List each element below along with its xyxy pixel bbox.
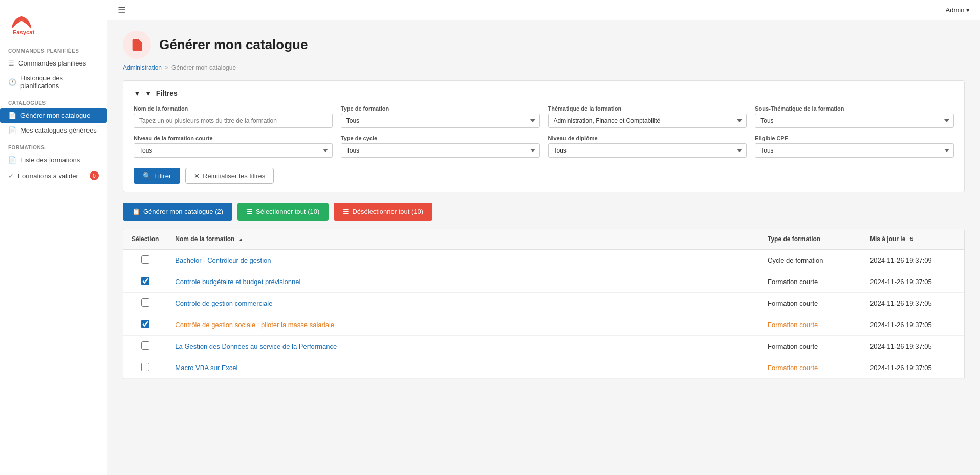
breadcrumb-parent[interactable]: Administration — [123, 64, 162, 71]
formation-link[interactable]: Bachelor - Contrôleur de gestion — [175, 256, 271, 264]
formations-badge: 0 — [90, 171, 99, 180]
formation-link[interactable]: Macro VBA sur Excel — [175, 364, 237, 372]
cell-type: Cycle de formation — [759, 249, 862, 271]
page-header: Générer mon catalogue — [123, 31, 965, 59]
sort-nom-icon[interactable]: ▲ — [238, 236, 244, 242]
sidebar-item-commandes-planifiees[interactable]: ☰ Commandes planifiées — [0, 56, 107, 71]
cell-selection — [123, 314, 167, 336]
cell-selection — [123, 357, 167, 379]
table-row: Contrôle de gestion sociale : piloter la… — [123, 314, 964, 336]
action-buttons: 📋 Générer mon catalogue (2) ☰ Sélectionn… — [123, 203, 965, 221]
deselect-all-icon: ☰ — [343, 208, 349, 215]
label-sous-thematique: Sous-Thématique de la formation — [755, 105, 954, 112]
sidebar-item-mes-catalogues[interactable]: 📄 Mes catalogues générées — [0, 123, 107, 138]
cell-type: Formation courte — [759, 314, 862, 336]
filter-button[interactable]: 🔍 Filtrer — [134, 168, 180, 184]
sidebar-item-historique[interactable]: 🕐 Historique des planifications — [0, 71, 107, 93]
filter-actions: 🔍 Filtrer ✕ Réinitialiser les filtres — [134, 168, 954, 184]
easycat-logo: Easycat — [8, 9, 35, 36]
page-title: Générer mon catalogue — [159, 37, 308, 53]
table-row: Macro VBA sur ExcelFormation courte2024-… — [123, 357, 964, 379]
cell-selection — [123, 271, 167, 293]
cell-date: 2024-11-26 19:37:05 — [862, 357, 964, 379]
formation-link[interactable]: Contrôle de gestion sociale : piloter la… — [175, 321, 334, 329]
table-header: Sélection Nom de la formation ▲ Type de … — [123, 229, 964, 249]
sidebar: Easycat COMMANDES PLANIFIÉES ☰ Commandes… — [0, 0, 107, 475]
filter-group-niveau-diplome: Niveau de diplôme Tous — [548, 135, 747, 158]
label-niveau-diplome: Niveau de diplôme — [548, 135, 747, 141]
row-checkbox[interactable] — [141, 255, 149, 264]
breadcrumb: Administration > Générer mon catalogue — [123, 64, 965, 71]
svg-text:Easycat: Easycat — [13, 29, 35, 35]
select-eligible-cpf[interactable]: Tous Oui Non — [755, 143, 954, 158]
document-icon-2: 📄 — [8, 126, 16, 134]
admin-menu[interactable]: Admin ▾ — [946, 6, 970, 14]
filters-card: ▼ ▼ Filtres Nom de la formation Type de … — [123, 80, 965, 192]
sidebar-section-formations: FORMATIONS — [0, 138, 107, 153]
cell-date: 2024-11-26 19:37:05 — [862, 314, 964, 336]
select-type-formation[interactable]: Tous Formation courte Cycle de formation — [341, 114, 540, 128]
input-nom-formation[interactable] — [134, 114, 333, 128]
select-niveau-formation[interactable]: Tous — [134, 143, 333, 158]
generate-catalogue-button[interactable]: 📋 Générer mon catalogue (2) — [123, 203, 232, 221]
filters-header[interactable]: ▼ ▼ Filtres — [134, 89, 954, 97]
page-content: Générer mon catalogue Administration > G… — [107, 20, 980, 475]
row-checkbox[interactable] — [141, 363, 149, 371]
col-header-nom: Nom de la formation ▲ — [167, 229, 759, 249]
row-checkbox[interactable] — [141, 320, 149, 328]
cell-date: 2024-11-26 19:37:09 — [862, 249, 964, 271]
breadcrumb-separator: > — [165, 64, 168, 71]
filter-group-nom: Nom de la formation — [134, 105, 333, 128]
filter-group-type-cycle: Type de cycle Tous — [341, 135, 540, 158]
breadcrumb-current: Générer mon catalogue — [171, 64, 236, 71]
main-content: ☰ Admin ▾ Générer mon catalogue Administ… — [107, 0, 980, 475]
check-icon: ✓ — [8, 172, 14, 180]
sidebar-section-commandes: COMMANDES PLANIFIÉES — [0, 41, 107, 56]
cell-nom: Bachelor - Contrôleur de gestion — [167, 249, 759, 271]
select-type-cycle[interactable]: Tous — [341, 143, 540, 158]
row-checkbox[interactable] — [141, 298, 149, 307]
select-sous-thematique[interactable]: Tous — [755, 114, 954, 128]
cell-selection — [123, 249, 167, 271]
formation-link[interactable]: La Gestion des Données au service de la … — [175, 342, 337, 350]
sidebar-section-catalogues: CATALOGUES — [0, 93, 107, 108]
admin-dropdown-icon: ▾ — [966, 6, 970, 14]
select-thematique[interactable]: Tous Administration, Finance et Comptabi… — [548, 114, 747, 128]
cell-nom: Controle de gestion commerciale — [167, 293, 759, 314]
formations-table-container: Sélection Nom de la formation ▲ Type de … — [123, 229, 965, 379]
col-header-date: Mis à jour le ⇅ — [862, 229, 964, 249]
page-icon-circle — [123, 31, 151, 59]
label-type-formation: Type de formation — [341, 105, 540, 112]
cell-type: Formation courte — [759, 336, 862, 357]
document-icon-3: 📄 — [8, 156, 16, 164]
logo: Easycat — [0, 0, 107, 41]
hamburger-button[interactable]: ☰ — [118, 5, 126, 16]
cell-date: 2024-11-26 19:37:05 — [862, 336, 964, 357]
sidebar-item-generer-catalogue[interactable]: 📄 Générer mon catalogue — [0, 108, 107, 123]
select-all-button[interactable]: ☰ Sélectionner tout (10) — [237, 203, 329, 221]
reset-button[interactable]: ✕ Réinitialiser les filtres — [185, 168, 274, 184]
cell-nom: Macro VBA sur Excel — [167, 357, 759, 379]
sidebar-item-liste-formations[interactable]: 📄 Liste des formations — [0, 153, 107, 167]
row-checkbox[interactable] — [141, 341, 149, 350]
deselect-all-button[interactable]: ☰ Désélectionner tout (10) — [334, 203, 432, 221]
row-checkbox[interactable] — [141, 277, 149, 285]
table-row: Controle de gestion commercialeFormation… — [123, 293, 964, 314]
table-row: Bachelor - Contrôleur de gestionCycle de… — [123, 249, 964, 271]
cell-selection — [123, 293, 167, 314]
sidebar-item-formations-valider[interactable]: ✓ Formations à valider 0 — [0, 167, 107, 184]
sort-date-icon[interactable]: ⇅ — [909, 236, 913, 242]
filter-group-niveau: Niveau de la formation courte Tous — [134, 135, 333, 158]
cell-type: Formation courte — [759, 271, 862, 293]
select-niveau-diplome[interactable]: Tous — [548, 143, 747, 158]
filter-group-thematique: Thématique de la formation Tous Administ… — [548, 105, 747, 128]
filters-collapse-icon: ▼ — [134, 89, 141, 97]
document-icon-1: 📄 — [8, 112, 16, 119]
formation-link[interactable]: Controle de gestion commerciale — [175, 299, 272, 307]
filter-group-sous-thematique: Sous-Thématique de la formation Tous — [755, 105, 954, 128]
filter-rows: Nom de la formation Type de formation To… — [134, 105, 954, 184]
cell-nom: Controle budgétaire et budget prévisionn… — [167, 271, 759, 293]
list-icon: ☰ — [8, 59, 14, 67]
filter-row-1: Nom de la formation Type de formation To… — [134, 105, 954, 128]
formation-link[interactable]: Controle budgétaire et budget prévisionn… — [175, 278, 300, 286]
